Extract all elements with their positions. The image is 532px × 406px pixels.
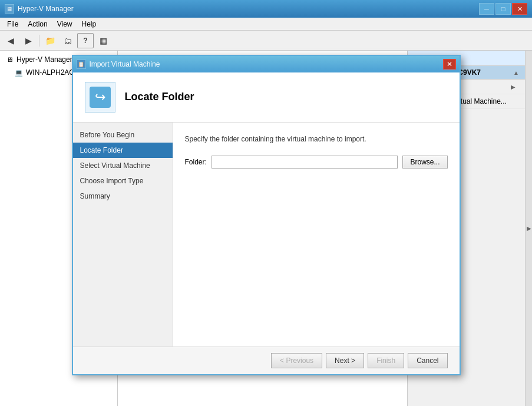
folder-button[interactable]: 📁 — [42, 33, 58, 48]
nav-item-locate-folder[interactable]: Locate Folder — [73, 143, 173, 158]
minimize-button[interactable]: ─ — [479, 3, 494, 15]
modal-step-title: Locate Folder — [125, 91, 194, 103]
window-title: Hyper-V Manager — [18, 5, 74, 13]
menu-bar: File Action View Help — [0, 18, 532, 31]
modal-title-bar: 📋 Import Virtual Machine ✕ — [73, 56, 460, 72]
modal-overlay: 📋 Import Virtual Machine ✕ ↪ Locate Fold… — [0, 0, 532, 406]
hyperv-icon: 🖥 — [5, 55, 14, 64]
modal-title-left: 📋 Import Virtual Machine — [77, 60, 160, 69]
browse-button[interactable]: Browse... — [402, 156, 447, 169]
back-button[interactable]: ◀ — [2, 33, 19, 48]
menu-help[interactable]: Help — [77, 19, 101, 29]
modal-step-icon-container: ↪ — [85, 82, 115, 113]
folder-row: Folder: Browse... — [185, 156, 448, 169]
nav-item-summary[interactable]: Summary — [73, 189, 173, 204]
menu-view[interactable]: View — [52, 19, 77, 29]
menu-file[interactable]: File — [2, 19, 23, 29]
previous-button[interactable]: < Previous — [271, 353, 322, 368]
section-expand-icon: ▲ — [513, 70, 519, 76]
modal-description: Specify the folder containing the virtua… — [185, 134, 448, 144]
cancel-button[interactable]: Cancel — [408, 353, 447, 368]
extra-button[interactable]: ▦ — [95, 33, 111, 48]
modal-nav: Before You Begin Locate Folder Select Vi… — [73, 123, 173, 346]
folder-input[interactable] — [212, 156, 398, 169]
toolbar-separator-1 — [39, 35, 39, 47]
finish-button[interactable]: Finish — [368, 353, 404, 368]
modal-footer: < Previous Next > Finish Cancel — [73, 346, 460, 374]
nav-item-choose-import[interactable]: Choose Import Type — [73, 173, 173, 189]
step-icon-inner: ↪ — [90, 87, 111, 108]
step-arrow-icon: ↪ — [95, 90, 105, 105]
app-icon: 🖥 — [5, 4, 14, 14]
server-icon: 💻 — [14, 68, 24, 77]
nav-item-before-begin[interactable]: Before You Begin — [73, 127, 173, 143]
folder2-button[interactable]: 🗂 — [60, 33, 76, 48]
modal-body: ↪ Locate Folder Before You Begin Locate … — [73, 72, 460, 374]
import-vm-dialog: 📋 Import Virtual Machine ✕ ↪ Locate Fold… — [72, 55, 461, 375]
menu-action[interactable]: Action — [23, 19, 52, 29]
new-arrow-icon: ▶ — [511, 84, 516, 90]
help-toolbar-button[interactable]: ? — [77, 33, 94, 48]
forward-button[interactable]: ▶ — [20, 33, 37, 48]
modal-step-header: ↪ Locate Folder — [73, 72, 460, 123]
title-bar-left: 🖥 Hyper-V Manager — [5, 4, 74, 14]
close-button[interactable]: ✕ — [512, 3, 527, 15]
title-bar: 🖥 Hyper-V Manager ─ □ ✕ — [0, 0, 532, 18]
restore-button[interactable]: □ — [495, 3, 511, 15]
modal-main: Before You Begin Locate Folder Select Vi… — [73, 123, 460, 346]
modal-close-button[interactable]: ✕ — [443, 59, 456, 70]
tree-hyperv-label: Hyper-V Manager — [16, 55, 72, 64]
nav-item-select-vm[interactable]: Select Virtual Machine — [73, 158, 173, 173]
modal-title-text: Import Virtual Machine — [90, 60, 160, 68]
title-bar-controls: ─ □ ✕ — [479, 3, 527, 15]
right-expand-arrow[interactable]: ▶ — [525, 51, 532, 406]
modal-content-area: Specify the folder containing the virtua… — [173, 123, 460, 346]
modal-app-icon: 📋 — [77, 60, 86, 69]
toolbar: ◀ ▶ 📁 🗂 ? ▦ — [0, 31, 532, 51]
next-button[interactable]: Next > — [326, 353, 364, 368]
folder-label: Folder: — [185, 158, 207, 166]
